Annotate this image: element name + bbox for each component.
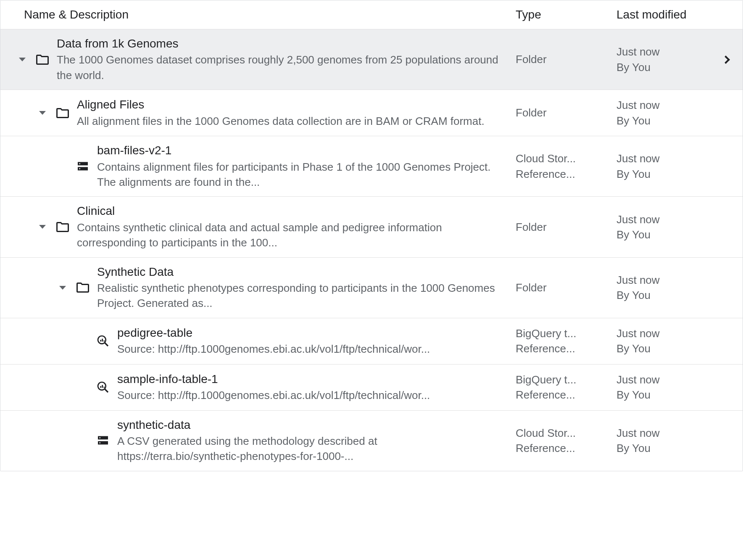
chevron-right-icon[interactable] [722,55,730,64]
item-modified-time: Just now [617,372,709,387]
item-modified-by: By You [617,166,709,182]
item-modified-time: Just now [617,212,709,227]
item-title: Aligned Files [77,97,485,112]
storage-icon [74,160,91,173]
item-type: BigQuery t... [516,326,608,341]
expand-toggle-icon[interactable] [19,58,26,61]
column-header-type[interactable]: Type [516,8,617,21]
item-modified-by: By You [617,227,709,242]
item-modified-time: Just now [617,98,709,113]
item-title: Clinical [77,203,499,219]
item-modified-by: By You [617,387,709,402]
item-modified-by: By You [617,288,709,303]
item-type: BigQuery t... [516,372,608,387]
bigquery-icon [95,334,111,348]
bigquery-icon [95,380,111,394]
table-row[interactable]: Synthetic DataRealistic synthetic phenot… [0,258,743,318]
item-type: Cloud Stor... [516,425,608,441]
column-header-name[interactable]: Name & Description [0,8,516,21]
item-type-sub: Reference... [516,166,608,182]
item-modified-time: Just now [617,326,709,341]
expand-toggle-icon[interactable] [39,111,46,115]
item-description: Contains alignment files for participant… [97,159,499,190]
item-type-sub: Reference... [516,341,608,356]
item-description: Realistic synthetic phenotypes correspon… [97,280,499,311]
item-modified-by: By You [617,60,709,75]
table-row[interactable]: sample-info-table-1Source: http://ftp.10… [0,365,743,411]
table-row[interactable]: Data from 1k GenomesThe 1000 Genomes dat… [0,29,743,90]
item-type: Folder [516,219,608,235]
item-modified-time: Just now [617,425,709,441]
item-modified-time: Just now [617,151,709,166]
file-tree-table: Name & Description Type Last modified Da… [0,0,743,471]
table-row[interactable]: Aligned FilesAll alignment files in the … [0,90,743,136]
table-row[interactable]: bam-files-v2-1Contains alignment files f… [0,136,743,197]
folder-icon [54,106,71,121]
expand-toggle-icon[interactable] [59,286,66,290]
item-type: Cloud Stor... [516,151,608,166]
item-title: Synthetic Data [97,264,499,280]
item-title: pedigree-table [117,325,430,341]
storage-icon [95,434,111,447]
item-type: Folder [516,52,608,67]
table-row[interactable]: pedigree-tableSource: http://ftp.1000gen… [0,318,743,365]
item-description: A CSV generated using the methodology de… [117,433,499,464]
item-description: The 1000 Genomes dataset comprises rough… [57,52,499,83]
item-type-sub: Reference... [516,441,608,456]
item-description: Source: http://ftp.1000genomes.ebi.ac.uk… [117,341,430,357]
item-title: synthetic-data [117,417,499,433]
item-title: bam-files-v2-1 [97,143,499,158]
item-modified-time: Just now [617,44,709,59]
folder-icon [54,219,71,235]
item-type: Folder [516,105,608,120]
item-title: sample-info-table-1 [117,372,430,387]
table-row[interactable]: synthetic-dataA CSV generated using the … [0,411,743,471]
item-description: Source: http://ftp.1000genomes.ebi.ac.uk… [117,388,430,403]
item-modified-by: By You [617,113,709,128]
folder-icon [34,52,51,67]
expand-toggle-icon[interactable] [39,225,46,229]
column-header-modified[interactable]: Last modified [617,8,709,21]
folder-icon [74,280,91,295]
item-type-sub: Reference... [516,387,608,402]
item-title: Data from 1k Genomes [57,36,499,51]
table-row[interactable]: ClinicalContains synthetic clinical data… [0,197,743,257]
item-description: All alignment files in the 1000 Genomes … [77,114,485,129]
item-modified-by: By You [617,341,709,356]
item-type: Folder [516,280,608,295]
item-modified-by: By You [617,441,709,456]
item-modified-time: Just now [617,272,709,288]
table-header: Name & Description Type Last modified [0,0,743,29]
item-description: Contains synthetic clinical data and act… [77,220,499,251]
